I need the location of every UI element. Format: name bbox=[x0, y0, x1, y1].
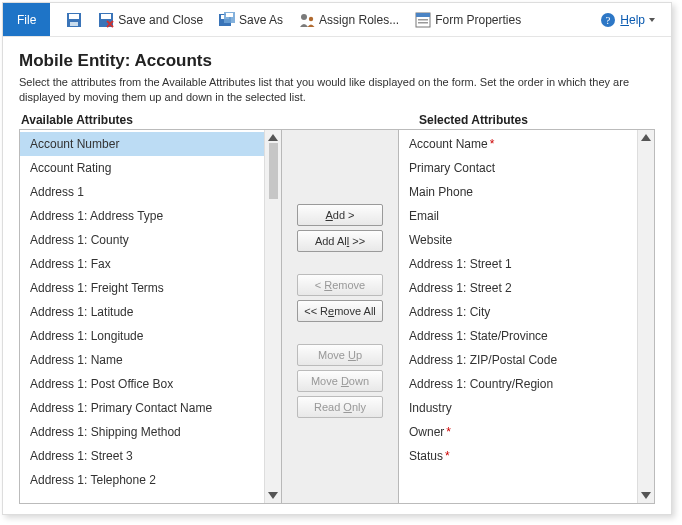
help-link[interactable]: ? Help bbox=[594, 3, 661, 36]
list-item[interactable]: Address 1: Longitude bbox=[20, 324, 264, 348]
svg-rect-2 bbox=[70, 22, 78, 26]
form-properties-icon bbox=[415, 12, 431, 28]
save-as-button[interactable]: Save As bbox=[213, 9, 289, 31]
svg-rect-13 bbox=[418, 19, 428, 21]
form-properties-button[interactable]: Form Properties bbox=[409, 9, 527, 31]
add-all-button[interactable]: Add All >> bbox=[297, 230, 383, 252]
list-item[interactable]: Status* bbox=[399, 444, 637, 468]
list-item[interactable]: Address 1: Post Office Box bbox=[20, 372, 264, 396]
list-item[interactable]: Address 1: Country/Region bbox=[399, 372, 637, 396]
form-properties-label: Form Properties bbox=[435, 13, 521, 27]
move-up-button[interactable]: Move Up bbox=[297, 344, 383, 366]
list-item[interactable]: Address 1: State/Province bbox=[399, 324, 637, 348]
selected-scrollbar[interactable] bbox=[637, 130, 654, 503]
svg-rect-1 bbox=[69, 14, 79, 19]
read-only-button[interactable]: Read Only bbox=[297, 396, 383, 418]
svg-rect-14 bbox=[418, 22, 428, 24]
attribute-panes: Account NumberAccount RatingAddress 1Add… bbox=[19, 129, 655, 504]
list-item[interactable]: Address 1: Freight Terms bbox=[20, 276, 264, 300]
save-close-label: Save and Close bbox=[118, 13, 203, 27]
remove-button[interactable]: < Remove bbox=[297, 274, 383, 296]
assign-roles-label: Assign Roles... bbox=[319, 13, 399, 27]
scroll-up-icon[interactable] bbox=[641, 134, 651, 141]
list-item[interactable]: Main Phone bbox=[399, 180, 637, 204]
page-title: Mobile Entity: Accounts bbox=[19, 51, 655, 71]
list-item[interactable]: Address 1: Street 2 bbox=[399, 276, 637, 300]
save-as-label: Save As bbox=[239, 13, 283, 27]
list-item[interactable]: Industry bbox=[399, 396, 637, 420]
list-item[interactable]: Address 1: County bbox=[20, 228, 264, 252]
assign-roles-button[interactable]: Assign Roles... bbox=[293, 9, 405, 31]
list-item[interactable]: Address 1: Shipping Method bbox=[20, 420, 264, 444]
save-close-icon bbox=[98, 12, 114, 28]
list-item[interactable]: Email bbox=[399, 204, 637, 228]
transfer-buttons: Add > Add All >> < Remove << Remove All … bbox=[282, 130, 398, 503]
help-label: Help bbox=[620, 13, 645, 27]
svg-point-10 bbox=[309, 16, 313, 20]
available-attributes-list[interactable]: Account NumberAccount RatingAddress 1Add… bbox=[20, 130, 282, 503]
move-down-button[interactable]: Move Down bbox=[297, 370, 383, 392]
required-indicator: * bbox=[490, 137, 495, 151]
scroll-thumb[interactable] bbox=[269, 143, 278, 199]
toolbar: File Save and Close Save As bbox=[3, 3, 671, 37]
selected-attributes-list[interactable]: Account Name*Primary ContactMain PhoneEm… bbox=[398, 130, 654, 503]
list-item[interactable]: Primary Contact bbox=[399, 156, 637, 180]
selected-label: Selected Attributes bbox=[419, 113, 528, 127]
available-label: Available Attributes bbox=[19, 113, 289, 127]
list-item[interactable]: Address 1: Street 1 bbox=[399, 252, 637, 276]
svg-rect-12 bbox=[416, 13, 430, 17]
add-button[interactable]: Add > bbox=[297, 204, 383, 226]
scroll-down-icon[interactable] bbox=[641, 492, 651, 499]
remove-all-button[interactable]: << Remove All bbox=[297, 300, 383, 322]
list-item[interactable]: Address 1: Fax bbox=[20, 252, 264, 276]
help-icon: ? bbox=[600, 12, 616, 28]
svg-text:?: ? bbox=[606, 14, 611, 26]
list-item[interactable]: Account Rating bbox=[20, 156, 264, 180]
assign-roles-icon bbox=[299, 12, 315, 28]
svg-rect-8 bbox=[226, 13, 233, 17]
svg-rect-4 bbox=[101, 14, 111, 19]
scroll-up-icon[interactable] bbox=[268, 134, 278, 141]
save-as-icon bbox=[219, 12, 235, 28]
scroll-down-icon[interactable] bbox=[268, 492, 278, 499]
list-item[interactable]: Owner* bbox=[399, 420, 637, 444]
list-item[interactable]: Address 1: Latitude bbox=[20, 300, 264, 324]
list-item[interactable]: Address 1: Street 3 bbox=[20, 444, 264, 468]
list-item[interactable]: Address 1: Address Type bbox=[20, 204, 264, 228]
list-item[interactable]: Website bbox=[399, 228, 637, 252]
file-menu-button[interactable]: File bbox=[3, 3, 50, 36]
required-indicator: * bbox=[446, 425, 451, 439]
required-indicator: * bbox=[445, 449, 450, 463]
chevron-down-icon bbox=[649, 18, 655, 22]
save-and-close-button[interactable]: Save and Close bbox=[92, 9, 209, 31]
available-scrollbar[interactable] bbox=[264, 130, 281, 503]
save-icon bbox=[66, 12, 82, 28]
file-label: File bbox=[17, 13, 36, 27]
instruction-text: Select the attributes from the Available… bbox=[19, 75, 655, 105]
list-item[interactable]: Address 1: Primary Contact Name bbox=[20, 396, 264, 420]
list-item[interactable]: Address 1: Telephone 2 bbox=[20, 468, 264, 492]
list-item[interactable]: Account Number bbox=[20, 132, 264, 156]
list-item[interactable]: Address 1: City bbox=[399, 300, 637, 324]
list-item[interactable]: Account Name* bbox=[399, 132, 637, 156]
list-item[interactable]: Address 1 bbox=[20, 180, 264, 204]
save-button[interactable] bbox=[60, 9, 88, 31]
svg-point-9 bbox=[301, 14, 307, 20]
list-item[interactable]: Address 1: ZIP/Postal Code bbox=[399, 348, 637, 372]
list-item[interactable]: Address 1: Name bbox=[20, 348, 264, 372]
